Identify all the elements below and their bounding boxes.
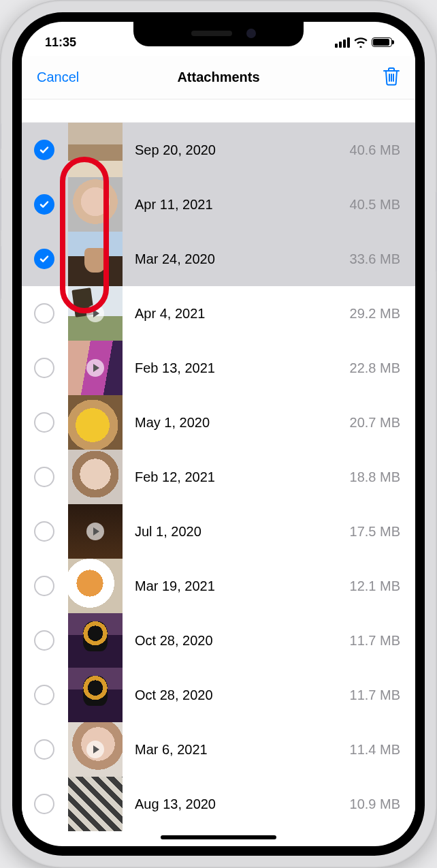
device-bezel: 11:35 Cancel Attachments [12,12,425,856]
selection-checkbox[interactable] [34,521,54,542]
attachment-row[interactable]: Jul 1, 202017.5 MB [22,504,415,559]
attachment-row[interactable]: May 1, 202020.7 MB [22,395,415,450]
attachment-size: 29.2 MB [350,306,400,322]
home-indicator[interactable] [161,835,276,839]
checkmark-icon [39,199,50,210]
attachment-size: 12.1 MB [350,578,400,594]
attachments-list[interactable]: Sep 20, 202040.6 MBApr 11, 202140.5 MBMa… [22,123,415,831]
attachment-row[interactable]: Oct 28, 202011.7 MB [22,613,415,668]
attachment-thumbnail[interactable] [68,395,123,450]
attachment-row[interactable]: Feb 12, 202118.8 MB [22,450,415,504]
attachment-size: 10.9 MB [350,796,400,812]
selection-checkbox[interactable] [34,249,54,269]
attachment-date: Oct 28, 2020 [123,687,350,703]
play-icon [86,359,104,377]
screen: 11:35 Cancel Attachments [22,22,415,846]
attachment-size: 17.5 MB [350,524,400,540]
selection-checkbox[interactable] [34,794,54,814]
attachment-thumbnail[interactable] [68,341,123,395]
attachment-date: Mar 19, 2021 [123,578,350,594]
mute-switch [0,123,1,150]
attachment-date: Feb 12, 2021 [123,469,350,485]
battery-icon [372,37,392,47]
attachment-date: Apr 11, 2021 [123,197,350,213]
attachment-size: 22.8 MB [350,360,400,376]
selection-checkbox[interactable] [34,630,54,651]
attachment-size: 11.4 MB [350,742,400,758]
device-frame: 11:35 Cancel Attachments [0,0,437,868]
attachment-thumbnail[interactable] [68,232,123,286]
attachment-thumbnail[interactable] [68,450,123,504]
attachment-size: 18.8 MB [350,469,400,485]
cellular-signal-icon [335,37,350,48]
selection-checkbox[interactable] [34,467,54,487]
trash-icon [383,66,400,87]
attachment-thumbnail[interactable] [68,286,123,341]
attachment-date: Sep 20, 2020 [123,142,350,158]
attachment-date: Apr 4, 2021 [123,306,350,322]
selection-checkbox[interactable] [34,303,54,324]
attachment-thumbnail[interactable] [68,613,123,668]
nav-bar: Cancel Attachments [22,56,415,99]
attachment-row[interactable]: Sep 20, 202040.6 MB [22,123,415,177]
attachment-date: Aug 13, 2020 [123,796,350,812]
attachment-row[interactable]: Apr 4, 202129.2 MB [22,286,415,341]
attachment-date: Oct 28, 2020 [123,633,350,649]
volume-down-button [0,245,1,300]
volume-up-button [0,177,1,232]
attachment-date: Feb 13, 2021 [123,360,350,376]
attachment-thumbnail[interactable] [68,668,123,722]
attachment-thumbnail[interactable] [68,722,123,777]
page-title: Attachments [177,69,259,85]
attachment-size: 11.7 MB [350,687,400,703]
wifi-icon [354,37,368,48]
status-right [335,37,392,48]
selection-checkbox[interactable] [34,358,54,378]
delete-button[interactable] [383,66,400,89]
attachment-size: 33.6 MB [350,251,400,267]
attachment-thumbnail[interactable] [68,559,123,613]
attachment-date: Jul 1, 2020 [123,524,350,540]
attachment-row[interactable]: Mar 6, 202111.4 MB [22,722,415,777]
play-icon [86,741,104,758]
attachment-thumbnail[interactable] [68,777,123,831]
play-icon [86,305,104,322]
selection-checkbox[interactable] [34,194,54,215]
attachment-size: 20.7 MB [350,415,400,431]
status-time: 11:35 [45,35,76,50]
selection-checkbox[interactable] [34,576,54,596]
attachment-size: 11.7 MB [350,633,400,649]
attachment-row[interactable]: Mar 24, 202033.6 MB [22,232,415,286]
attachment-date: Mar 24, 2020 [123,251,350,267]
attachment-row[interactable]: Mar 19, 202112.1 MB [22,559,415,613]
attachment-thumbnail[interactable] [68,177,123,232]
selection-checkbox[interactable] [34,140,54,160]
attachment-thumbnail[interactable] [68,504,123,559]
attachment-row[interactable]: Aug 13, 202010.9 MB [22,777,415,831]
list-header-spacer [22,99,415,123]
checkmark-icon [39,253,50,264]
attachment-row[interactable]: Feb 13, 202122.8 MB [22,341,415,395]
attachment-date: May 1, 2020 [123,415,350,431]
play-icon [86,523,104,540]
attachment-size: 40.6 MB [350,142,400,158]
selection-checkbox[interactable] [34,739,54,760]
selection-checkbox[interactable] [34,685,54,705]
attachment-date: Mar 6, 2021 [123,742,350,758]
attachment-size: 40.5 MB [350,197,400,213]
attachment-row[interactable]: Oct 28, 202011.7 MB [22,668,415,722]
device-notch [133,22,304,46]
attachment-row[interactable]: Apr 11, 202140.5 MB [22,177,415,232]
attachment-thumbnail[interactable] [68,123,123,177]
cancel-button[interactable]: Cancel [37,69,79,85]
checkmark-icon [39,144,50,155]
selection-checkbox[interactable] [34,412,54,433]
